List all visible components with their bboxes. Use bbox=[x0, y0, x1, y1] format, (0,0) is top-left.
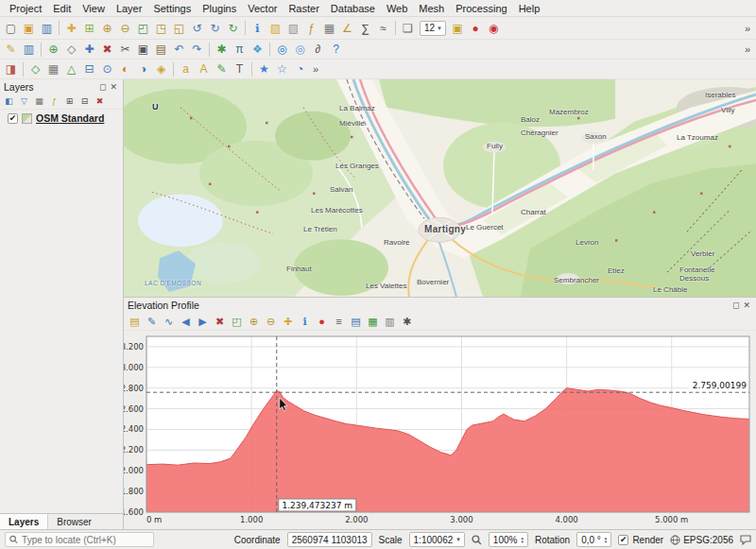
panel-float-icon[interactable]: ◻ bbox=[97, 82, 108, 92]
elevation-chart[interactable]: 1.6001.8002.0002.2002.4002.6002.8003.000… bbox=[124, 331, 756, 529]
open-project-icon[interactable]: ▣ bbox=[20, 20, 38, 37]
clear-icon[interactable]: ✖ bbox=[212, 314, 228, 329]
export-csv-icon[interactable]: ▦ bbox=[365, 314, 381, 329]
remove-layer-icon[interactable]: ✖ bbox=[93, 95, 107, 108]
delete-selected-icon[interactable]: ✖ bbox=[98, 41, 116, 58]
export-plot-icon[interactable]: ▤ bbox=[348, 314, 364, 329]
tab-layers[interactable]: Layers bbox=[0, 514, 48, 529]
identify-features-icon[interactable]: ℹ bbox=[249, 20, 266, 37]
menu-item[interactable]: Edit bbox=[47, 2, 77, 15]
map-canvas[interactable]: ULa BalmazMiévilleBalozMazembrozChéragni… bbox=[124, 79, 756, 298]
menu-item[interactable]: Database bbox=[325, 2, 381, 15]
zoom-to-layer-icon[interactable]: ◱ bbox=[170, 20, 188, 37]
vertex-tool-icon[interactable]: ◇ bbox=[62, 41, 80, 58]
plugin-q2-icon[interactable]: ◎ bbox=[291, 41, 309, 58]
add-feature-icon[interactable]: ⊕ bbox=[44, 41, 62, 58]
new-bookmark-icon[interactable]: ★ bbox=[255, 60, 273, 77]
spinner-arrows-icon[interactable]: ▴▾ bbox=[521, 536, 524, 543]
move-feature-icon[interactable]: ✚ bbox=[80, 41, 98, 58]
messages-bubble-icon[interactable] bbox=[740, 535, 751, 545]
add-mesh-layer-icon[interactable]: △ bbox=[62, 60, 80, 77]
undo-icon[interactable]: ↶ bbox=[170, 41, 188, 58]
save-project-icon[interactable]: ▥ bbox=[38, 20, 56, 37]
add-wms-icon[interactable]: ◐ bbox=[116, 60, 134, 77]
label-settings-icon[interactable]: A bbox=[195, 60, 213, 77]
panel-float-icon[interactable]: ◻ bbox=[730, 300, 741, 310]
layer-styling-icon[interactable]: ◧ bbox=[2, 95, 16, 108]
scale-combo[interactable]: 1:100062 ▾ bbox=[409, 532, 465, 547]
profile-layer-tree-icon[interactable]: ▤ bbox=[127, 314, 143, 329]
pan-icon[interactable]: ✚ bbox=[280, 314, 296, 329]
zoom-in-icon[interactable]: ⊕ bbox=[98, 20, 116, 37]
attribute-table-icon[interactable]: ▦ bbox=[320, 20, 338, 37]
coordinate-box[interactable]: 2560974 1103013 bbox=[287, 532, 372, 547]
plugin-q1-icon[interactable]: ◎ bbox=[273, 41, 291, 58]
osm-place-search-icon[interactable]: ▣ bbox=[449, 20, 467, 37]
layer-label[interactable]: OSM Standard bbox=[36, 112, 104, 124]
new-shapefile-icon[interactable]: ◈ bbox=[152, 60, 170, 77]
capture-from-feature-icon[interactable]: ∿ bbox=[161, 314, 177, 329]
processing-toolbox-icon[interactable]: ✱ bbox=[213, 41, 231, 58]
show-bookmarks-icon[interactable]: ☆ bbox=[273, 60, 291, 77]
select-features-icon[interactable]: ▨ bbox=[266, 20, 284, 37]
sum-icon[interactable]: ∑ bbox=[356, 20, 374, 37]
cut-features-icon[interactable]: ✂ bbox=[116, 41, 134, 58]
expression-filter-icon[interactable]: ƒ bbox=[47, 95, 61, 108]
help-icon[interactable]: ? bbox=[327, 41, 345, 58]
font-size-combo[interactable]: 12 ▾ bbox=[420, 21, 446, 36]
menu-item[interactable]: Mesh bbox=[413, 2, 450, 15]
menu-item[interactable]: View bbox=[77, 2, 111, 15]
zoom-in-icon[interactable]: ⊕ bbox=[246, 314, 262, 329]
add-delimited-text-icon[interactable]: ⊟ bbox=[80, 60, 98, 77]
annotation-icon[interactable]: ✎ bbox=[213, 60, 231, 77]
manage-themes-icon[interactable]: ▦ bbox=[32, 95, 46, 108]
menu-item[interactable]: Plugins bbox=[197, 2, 242, 15]
render-toggle[interactable]: ✔ Render bbox=[618, 535, 663, 545]
python-console-icon[interactable]: π bbox=[231, 41, 249, 58]
capture-curve-icon[interactable]: ✎ bbox=[144, 314, 160, 329]
layer-visibility-checkbox[interactable]: ✔ bbox=[8, 113, 18, 124]
new-map-view-icon[interactable]: ❏ bbox=[399, 20, 417, 37]
zoom-full-icon[interactable]: ◰ bbox=[229, 314, 245, 329]
log-messages-icon[interactable]: ◉ bbox=[485, 20, 503, 37]
deselect-features-icon[interactable]: ▧ bbox=[284, 20, 302, 37]
temporal-controller-icon[interactable]: ◔ bbox=[291, 60, 309, 77]
filter-legend-icon[interactable]: ▽ bbox=[17, 95, 31, 108]
refresh-icon[interactable]: ↻ bbox=[224, 20, 242, 37]
pan-to-selection-icon[interactable]: ⊞ bbox=[80, 20, 98, 37]
identify-icon[interactable]: ℹ bbox=[297, 314, 313, 329]
toggle-editing-icon[interactable]: ✎ bbox=[2, 41, 20, 58]
menu-item[interactable]: Vector bbox=[242, 2, 283, 15]
save-image-icon[interactable]: ▥ bbox=[382, 314, 398, 329]
rotation-spinbox[interactable]: 0,0 ° ▴▾ bbox=[576, 532, 611, 547]
notifications-icon[interactable]: ● bbox=[467, 20, 485, 37]
toolbar-overflow-icon[interactable]: » bbox=[309, 63, 322, 75]
panel-close-icon[interactable]: ✕ bbox=[108, 82, 119, 92]
zoom-out-icon[interactable]: ⊖ bbox=[116, 20, 134, 37]
paste-features-icon[interactable]: ▤ bbox=[152, 41, 170, 58]
text-annotation-icon[interactable]: T bbox=[231, 60, 249, 77]
nudge-right-icon[interactable]: ▶ bbox=[195, 314, 211, 329]
layer-item-osm-standard[interactable]: ✔ OSM Standard bbox=[0, 110, 123, 127]
magnifier-spinbox[interactable]: 100% ▴▾ bbox=[489, 532, 528, 547]
plugins-icon[interactable]: ❖ bbox=[249, 41, 266, 58]
nudge-left-icon[interactable]: ◀ bbox=[178, 314, 194, 329]
copy-features-icon[interactable]: ▣ bbox=[134, 41, 152, 58]
profile-settings-icon[interactable]: ✱ bbox=[399, 314, 415, 329]
zoom-next-icon[interactable]: ↻ bbox=[206, 20, 224, 37]
zoom-to-selection-icon[interactable]: ◳ bbox=[152, 20, 170, 37]
measure-icon[interactable]: ∠ bbox=[338, 20, 356, 37]
collapse-all-icon[interactable]: ⊟ bbox=[77, 95, 92, 108]
zoom-out-icon[interactable]: ⊖ bbox=[263, 314, 279, 329]
locate-box[interactable] bbox=[5, 532, 154, 547]
panel-close-icon[interactable]: ✕ bbox=[741, 300, 752, 310]
add-raster-layer-icon[interactable]: ▦ bbox=[44, 60, 62, 77]
menu-item[interactable]: Raster bbox=[283, 2, 324, 15]
redo-icon[interactable]: ↷ bbox=[188, 41, 206, 58]
pan-map-icon[interactable]: ✚ bbox=[62, 20, 80, 37]
measure-distances-icon[interactable]: ≡ bbox=[331, 314, 347, 329]
toolbar-overflow-icon[interactable]: » bbox=[741, 43, 754, 55]
menu-item[interactable]: Project bbox=[4, 2, 47, 15]
plugin-6d-icon[interactable]: ∂ bbox=[309, 41, 327, 58]
label-toggle-icon[interactable]: a bbox=[177, 60, 195, 77]
